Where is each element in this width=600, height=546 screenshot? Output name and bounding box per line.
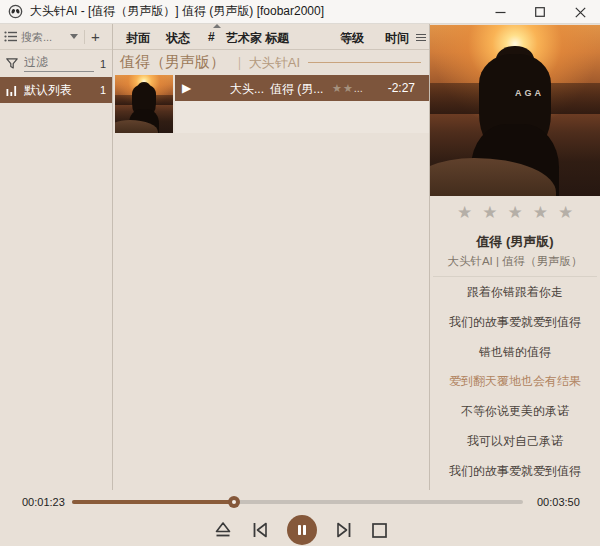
column-menu-icon[interactable] — [416, 32, 426, 43]
lyric-line: 我可以对自己承诺 — [430, 427, 600, 457]
star-icon[interactable]: ★ — [332, 82, 342, 94]
star-icon[interactable]: ★ — [457, 203, 472, 222]
column-number[interactable]: # — [208, 30, 215, 44]
filter-row: 1 — [0, 50, 112, 77]
now-playing-panel: AGA ★★★★★ 值得 (男声版) 大头针AI | 值得（男声版） 跟着你错跟… — [430, 24, 600, 490]
previous-button[interactable] — [250, 521, 270, 539]
rating-ellipsis: ... — [354, 82, 363, 94]
lyrics-list: 跟着你错跟着你走我们的故事爱就爱到值得错也错的值得爱到翻天覆地也会有结果不等你说… — [430, 278, 600, 487]
lyric-line: 爱到翻天覆地也会有结果 — [430, 367, 600, 397]
window-controls — [480, 0, 600, 24]
toolbar-divider — [84, 30, 85, 44]
next-button[interactable] — [334, 521, 354, 539]
main-content: + 1 默认列表 — [0, 24, 600, 490]
funnel-filter-icon — [6, 58, 18, 69]
track-list: ▶ 大头... 值得 (男... ★★... -2:27 — [113, 75, 429, 541]
row-title: 值得 (男... — [270, 81, 323, 98]
sidebar-playlist-label: 默认列表 — [24, 82, 72, 99]
column-artist[interactable]: 艺术家 — [226, 30, 262, 47]
lyric-line: 我们的故事爱就爱到值得 — [430, 308, 600, 338]
search-dropdown-icon[interactable] — [70, 34, 78, 39]
total-time: 00:03:50 — [537, 496, 580, 508]
lyric-line: 我们的故事爱就爱到值得 — [430, 457, 600, 487]
group-title: 值得（男声版） — [120, 53, 225, 72]
group-header[interactable]: 值得（男声版） ｜ 大头针AI — [113, 50, 429, 75]
seek-fill — [72, 500, 234, 504]
seek-bar[interactable] — [72, 500, 523, 504]
transport-controls — [0, 514, 600, 546]
track-album-thumbnail[interactable] — [115, 75, 173, 133]
add-playlist-button[interactable]: + — [88, 29, 103, 44]
playlist-panel: 封面 状态 # 艺术家 标题 等级 时间 值得（男声版） ｜ 大头针AI — [113, 24, 430, 490]
row-time: -2:27 — [388, 81, 415, 95]
group-artist: 大头针AI — [249, 54, 300, 72]
album-art-shirt-text: AGA — [515, 88, 544, 98]
sidebar: + 1 默认列表 — [0, 24, 113, 490]
table-row[interactable]: ▶ 大头... 值得 (男... ★★... -2:27 — [175, 75, 429, 101]
stop-button[interactable] — [371, 522, 388, 539]
playlist-column-header: 封面 状态 # 艺术家 标题 等级 时间 — [113, 24, 429, 50]
now-playing-artist: 大头针AI | 值得（男声版） — [430, 254, 600, 269]
star-icon[interactable]: ★ — [507, 203, 522, 222]
search-input[interactable] — [21, 31, 67, 43]
elapsed-time: 00:01:23 — [22, 496, 65, 508]
lyric-line: 不等你说更美的承诺 — [430, 397, 600, 427]
close-button[interactable] — [560, 0, 600, 24]
list-menu-icon[interactable] — [4, 31, 17, 42]
column-status[interactable]: 状态 — [166, 30, 190, 47]
sidebar-item-default-playlist[interactable]: 默认列表 1 — [0, 77, 112, 103]
foobar2000-app-icon — [8, 4, 23, 19]
column-time[interactable]: 时间 — [385, 30, 409, 47]
transport-bar: 00:01:23 00:03:50 — [0, 490, 600, 546]
column-cover[interactable]: 封面 — [126, 30, 150, 47]
sidebar-playlist-count: 1 — [100, 84, 106, 96]
window-title: 大头针AI - [值得（男声版）] 值得 (男声版) [foobar2000] — [30, 3, 324, 20]
panel-divider — [433, 276, 597, 277]
star-icon[interactable]: ★ — [343, 82, 353, 94]
eject-button[interactable] — [213, 521, 233, 539]
group-pipe: ｜ — [233, 54, 246, 72]
seek-knob[interactable] — [228, 496, 240, 508]
sidebar-toolbar: + — [0, 24, 112, 50]
filter-count-badge: 1 — [100, 58, 106, 70]
titlebar: 大头针AI - [值得（男声版）] 值得 (男声版) [foobar2000] — [0, 0, 600, 24]
group-rule — [308, 62, 421, 63]
empty-row-stripe — [175, 101, 429, 133]
row-rating[interactable]: ★★... — [332, 81, 363, 95]
minimize-button[interactable] — [480, 0, 520, 24]
lyric-line: 跟着你错跟着你走 — [430, 278, 600, 308]
filter-input[interactable] — [24, 55, 94, 72]
column-rating[interactable]: 等级 — [340, 30, 364, 47]
star-icon[interactable]: ★ — [533, 203, 548, 222]
app-window: 大头针AI - [值得（男声版）] 值得 (男声版) [foobar2000] — [0, 0, 600, 546]
maximize-button[interactable] — [520, 0, 560, 24]
row-artist: 大头... — [230, 81, 264, 98]
playlist-bars-icon — [6, 85, 17, 96]
column-title[interactable]: 标题 — [265, 30, 289, 47]
star-icon[interactable]: ★ — [558, 203, 573, 222]
pause-button[interactable] — [287, 515, 317, 545]
sort-indicator-icon — [213, 24, 221, 28]
now-playing-title: 值得 (男声版) — [430, 233, 600, 251]
lyric-line: 错也错的值得 — [430, 338, 600, 368]
album-art: AGA — [430, 25, 600, 196]
rating-stars: ★★★★★ — [430, 202, 600, 223]
star-icon[interactable]: ★ — [482, 203, 497, 222]
playing-indicator-icon: ▶ — [182, 81, 191, 95]
